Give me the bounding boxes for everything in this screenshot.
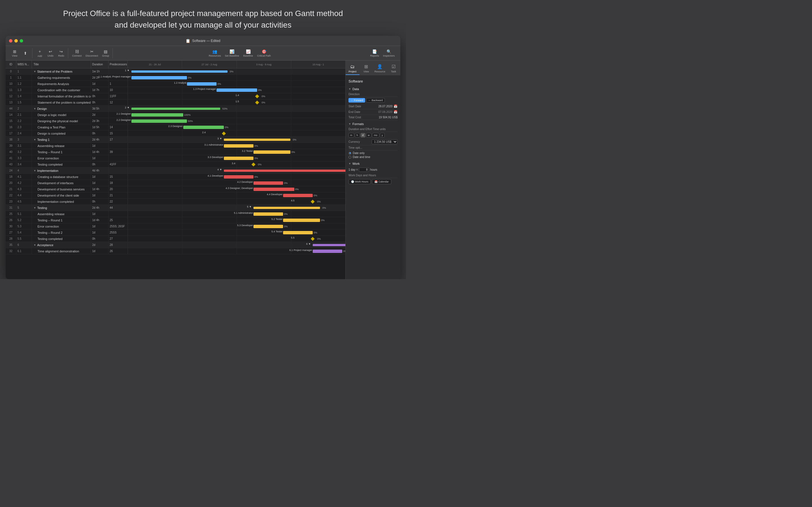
table-row[interactable]: 285.5Testing completed0h275.50% <box>6 236 345 242</box>
undo-button[interactable]: ↩ Undo <box>45 48 56 58</box>
calendar-button[interactable]: 📅 Calendar <box>372 179 391 184</box>
table-row[interactable]: 315▼Testing2d 4h445 ▼0% <box>6 205 345 211</box>
table-row[interactable]: 01▼Statement of the Problem1w 1h1 ▼0% <box>6 68 345 75</box>
table-row[interactable]: 214.3Development of business services1d … <box>6 186 345 192</box>
cell-title: Design is completed <box>32 130 91 136</box>
table-row[interactable]: 172.4Design is completed0h152.4 <box>6 130 345 136</box>
cell-title: Gathering requirements <box>32 75 91 80</box>
cell-chart: 4.2 Developer0% <box>128 180 345 186</box>
table-row[interactable]: 442▼Design3d 5h2 ▼53% <box>6 106 345 112</box>
resources-button[interactable]: 👥 Resources <box>207 48 222 58</box>
work-hours-input[interactable] <box>359 168 369 172</box>
cell-duration: 1d 5h <box>91 124 109 130</box>
milestone-diamond <box>222 131 226 135</box>
table-row[interactable]: 265.2Testing – Round 11d 4h255.2 Tester0… <box>6 217 345 223</box>
forward-button[interactable]: → Forward <box>349 98 365 103</box>
tab-task[interactable]: ☑ Task <box>387 62 401 75</box>
date-and-time-option[interactable]: Date and time <box>349 156 398 159</box>
table-row[interactable]: 403.2Testing – Round 11d 4h393.2 Tester0… <box>6 149 345 155</box>
unit-mo[interactable]: mo <box>372 133 379 137</box>
toolbar-right-group: 📑 Reports 🔍 Inspectors <box>367 48 398 58</box>
table-row[interactable]: 121.4Internal formulation of the problem… <box>6 93 345 100</box>
table-row[interactable]: 275.4Testing – Round 21d25SS5.4 Tester0% <box>6 230 345 236</box>
cell-wbs: 1 <box>16 68 32 74</box>
unit-m[interactable]: m <box>349 133 354 137</box>
cell-predecessors: 14 <box>109 124 128 130</box>
cell-chart: 5 ▼0% <box>128 205 345 211</box>
table-row[interactable]: 356▼Acceptance2d286 ▼0% <box>6 242 345 248</box>
cell-id: 13 <box>6 100 16 105</box>
unit-h[interactable]: h <box>355 133 360 137</box>
cell-wbs: 1.5 <box>16 100 32 105</box>
table-row[interactable]: 162.3Creating a Test Plan1d 5h142.3 Desi… <box>6 124 345 130</box>
undo-icon: ↩ <box>49 49 52 54</box>
add-button[interactable]: ＋ Add <box>35 48 45 58</box>
task-tab-icon: ☑ <box>392 64 396 69</box>
backward-button[interactable]: ← Backward <box>366 98 385 103</box>
table-row[interactable]: 326.1Time alignment demonstration1d266.1… <box>6 248 345 255</box>
close-button[interactable] <box>9 39 12 43</box>
table-row[interactable]: 101.2Requirements Analysis1d11.2 Analyst… <box>6 81 345 87</box>
table-row[interactable]: 234.5Implementation completed0h224.50% <box>6 199 345 205</box>
table-row[interactable]: 11.1Gathering requirements2d 2h1.1 Analy… <box>6 75 345 81</box>
table-row[interactable]: 433.4Testing completed0h41FF3.40% <box>6 161 345 168</box>
col-header-title: Title <box>32 61 91 68</box>
total-cost-row: Total Cost 19 504.91 US$ <box>349 115 398 120</box>
disconnect-button[interactable]: ✂ Disconnect <box>84 48 100 58</box>
work-section-header[interactable]: ▼ Work <box>349 160 398 166</box>
table-row[interactable]: 131.5Statement of the problem is complet… <box>6 100 345 106</box>
table-row[interactable]: 111.3Coordination with the customer1d 7h… <box>6 87 345 93</box>
formats-section-header[interactable]: ▼ Formats <box>349 120 398 127</box>
baseline-button[interactable]: 📈 Baseline <box>241 48 255 58</box>
table-row[interactable]: 142.1Design a logic model2d2.1 Designer1… <box>6 112 345 118</box>
table-row[interactable]: 224.4Development of the client side1d214… <box>6 192 345 199</box>
unit-y[interactable]: y <box>380 133 385 137</box>
right-panel: 🗂 Project ⊞ View 👤 Resource ☑ Task <box>345 61 400 279</box>
cell-wbs: 5.2 <box>16 217 32 223</box>
maximize-button[interactable] <box>20 39 23 43</box>
unit-w[interactable]: w <box>366 133 371 137</box>
data-section-header[interactable]: ▼ Data <box>349 85 398 92</box>
table-row[interactable]: 255.1Assembling release1d5.1 Administrat… <box>6 211 345 217</box>
table-row[interactable]: 383▼Testing 12d 4h173 ▼0% <box>6 136 345 143</box>
cell-chart: 4.1 Developer0% <box>128 174 345 180</box>
toolbar: ⊞ View ⬆ ＋ Add ↩ Undo ↪ Redo <box>6 46 400 61</box>
table-row[interactable]: 184.1Creating a database structure1d154.… <box>6 174 345 180</box>
redo-button[interactable]: ↪ Redo <box>56 48 66 58</box>
calendar-icon[interactable]: 📅 <box>394 105 398 108</box>
date-only-option[interactable]: Date only <box>349 152 398 155</box>
tab-view[interactable]: ⊞ View <box>359 62 373 75</box>
work-hours-button[interactable]: 🕐 Work Hours <box>349 179 371 184</box>
cell-title: ▼Testing <box>32 205 91 211</box>
cell-duration: 0h <box>91 161 109 167</box>
table-row[interactable]: 204.2Development of interfaces1d184.2 De… <box>6 180 345 186</box>
tab-project[interactable]: 🗂 Project <box>346 62 359 75</box>
set-baseline-button[interactable]: 📊 Set Baseline <box>223 48 241 58</box>
unit-d[interactable]: d <box>361 133 365 137</box>
cell-wbs: 1.2 <box>16 81 32 87</box>
critical-path-button[interactable]: 🎯 Critical Path <box>255 48 273 58</box>
share-button[interactable]: ⬆ <box>20 50 31 56</box>
currency-select[interactable]: 1 234.56 US$ <box>371 139 398 144</box>
group-button[interactable]: ▤ Group <box>100 48 111 58</box>
cell-predecessors <box>109 155 128 161</box>
calendar2-icon[interactable]: 📅 <box>394 110 398 114</box>
cell-duration: 2d <box>91 112 109 118</box>
cell-duration: 1d 4h <box>91 149 109 155</box>
view-button[interactable]: ⊞ View <box>10 48 20 58</box>
minimize-button[interactable] <box>14 39 18 43</box>
gantt-bar <box>187 82 216 86</box>
table-row[interactable]: 305.3Error correction1d25SS; 26SF5.3 Dev… <box>6 223 345 230</box>
main-content: ID WBS N... Title Duration Predecessors … <box>6 61 400 279</box>
col-header-duration: Duration <box>91 61 109 68</box>
table-row[interactable]: 152.2Designing the physical model2d 3h2.… <box>6 118 345 124</box>
reports-button[interactable]: 📑 Reports <box>368 48 381 58</box>
table-row[interactable]: 413.3Error correction1d3.3 Developer0% <box>6 155 345 161</box>
tab-resource[interactable]: 👤 Resource <box>373 62 387 75</box>
table-row[interactable]: 244▼Implementation4d 4h4 ▼0% <box>6 168 345 174</box>
connect-button[interactable]: ⛓ Connect <box>70 48 84 58</box>
cell-duration: 1d <box>91 180 109 186</box>
table-row[interactable]: 393.1Assembling release1d3.1 Administrat… <box>6 143 345 149</box>
gantt-bar <box>253 225 283 228</box>
inspectors-button[interactable]: 🔍 Inspectors <box>381 48 396 58</box>
